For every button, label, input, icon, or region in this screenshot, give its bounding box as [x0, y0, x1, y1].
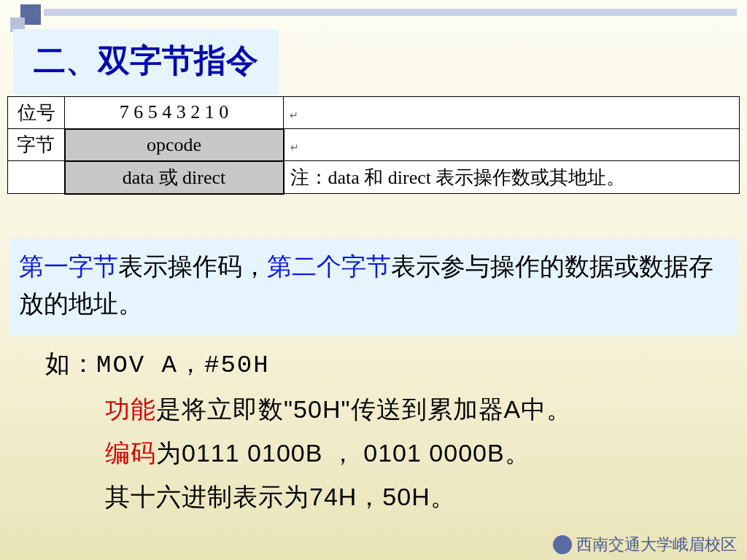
note-cell: 注：data 和 direct 表示操作数或其地址。 — [284, 161, 740, 194]
logo-icon — [553, 535, 572, 554]
plain-text: 是将立即数"50H"传送到累加器A中。 — [156, 395, 572, 423]
note-cell: ↵ — [284, 97, 740, 129]
plain-text: 其十六进制表示为74H，50H。 — [105, 483, 456, 510]
keyword-text: 功能 — [105, 395, 156, 423]
table-row: data 或 direct 注：data 和 direct 表示操作数或其地址。 — [8, 161, 740, 194]
table-row: 位号 7 6 5 4 3 2 1 0 ↵ — [8, 97, 740, 129]
footer-brand: 西南交通大学峨眉校区 — [553, 534, 737, 556]
example-line: 编码为0111 0100B ， 0101 0000B。 — [45, 432, 702, 473]
plain-text: 表示操作码， — [118, 252, 267, 280]
footer-text: 西南交通大学峨眉校区 — [576, 534, 737, 556]
table-row: 字节 opcode ↵ — [8, 129, 740, 161]
operand-cell: data 或 direct — [65, 161, 284, 194]
highlight-text: 第一字节 — [19, 252, 118, 280]
instruction-format-table: 位号 7 6 5 4 3 2 1 0 ↵ 字节 opcode ↵ data 或 … — [7, 96, 740, 195]
highlight-text: 第二个字节 — [267, 252, 391, 280]
opcode-cell: opcode — [65, 129, 284, 161]
plain-text: 为0111 0100B ， 0101 0000B。 — [156, 439, 530, 467]
example-line: 其十六进制表示为74H，50H。 — [45, 476, 702, 517]
row-label — [8, 161, 65, 194]
section-heading: 二、双字节指令 — [13, 29, 279, 96]
note-cell: ↵ — [284, 129, 740, 161]
row-label: 字节 — [8, 129, 65, 161]
code-text: MOV A，#50H — [96, 351, 270, 379]
keyword-text: 编码 — [105, 439, 156, 467]
explanation-box: 第一字节表示操作码，第二个字节表示参与操作的数据或数据存放的地址。 — [9, 239, 738, 335]
example-line: 如：MOV A，#50H — [45, 343, 702, 386]
example-block: 如：MOV A，#50H 功能是将立即数"50H"传送到累加器A中。 编码为01… — [45, 343, 702, 520]
row-label: 位号 — [8, 97, 65, 129]
example-line: 功能是将立即数"50H"传送到累加器A中。 — [45, 389, 702, 429]
label-text: 如： — [45, 349, 96, 377]
bit-numbers: 7 6 5 4 3 2 1 0 — [65, 97, 284, 129]
